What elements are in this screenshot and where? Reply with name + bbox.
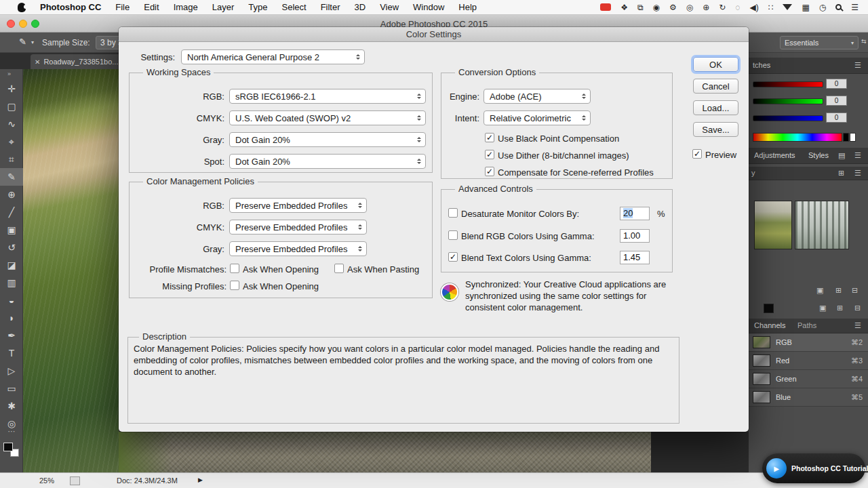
cancel-button[interactable]: Cancel — [693, 79, 738, 94]
tutorials-badge[interactable]: ▶ Photoshop CC Tutorials — [762, 453, 865, 483]
color-ramp[interactable] — [753, 133, 842, 142]
missing-ask-when-opening-checkbox[interactable] — [230, 281, 239, 290]
menu-select[interactable]: Select — [281, 2, 306, 12]
save-button[interactable]: Save... — [693, 122, 738, 137]
workspace-switcher[interactable]: Essentials ▾ — [780, 36, 859, 49]
path-selection-tool[interactable]: ▷ — [0, 362, 23, 380]
menu-center-icon[interactable]: ☰ — [851, 3, 859, 12]
menu-3d[interactable]: 3D — [355, 2, 366, 12]
hand-tool[interactable]: ✱ — [0, 397, 23, 415]
blue-value[interactable]: 0 — [826, 113, 847, 123]
add-icon[interactable]: ⊞ — [837, 304, 843, 312]
wifi-icon[interactable] — [783, 4, 792, 10]
desaturate-checkbox[interactable] — [448, 208, 458, 218]
menu-help[interactable]: Help — [458, 2, 477, 12]
ask-when-opening-checkbox[interactable] — [230, 264, 239, 273]
panel-collapse-icon[interactable]: ⇆ — [861, 38, 867, 45]
keyboard-icon[interactable]: ▦ — [802, 3, 809, 12]
ok-button[interactable]: OK — [693, 57, 738, 72]
eyedropper-tool[interactable]: ✎ — [0, 168, 23, 186]
menu-window[interactable]: Window — [413, 2, 444, 12]
intent-dropdown[interactable]: Relative Colorimetric — [484, 110, 591, 125]
launchpad-icon[interactable]: ∷ — [768, 3, 774, 12]
document-tab[interactable]: ✕ Roadway_733851bo... — [31, 54, 127, 69]
clock-icon[interactable]: ◷ — [819, 3, 826, 12]
grid-icon[interactable]: ▤ — [838, 151, 845, 160]
swatches-tab[interactable]: tches — [753, 61, 770, 69]
quick-selection-tool[interactable]: ⌖ — [0, 133, 23, 150]
notification-icon[interactable]: ◎ — [686, 3, 693, 12]
load-button[interactable]: Load... — [693, 100, 738, 115]
red-value[interactable]: 0 — [826, 79, 847, 89]
panel-menu-icon[interactable]: ☰ — [854, 151, 861, 160]
scene-referred-checkbox[interactable] — [485, 167, 494, 176]
channel-row-rgb[interactable]: RGB ⌘2 — [749, 333, 868, 352]
clone-stamp-tool[interactable]: ▣ — [0, 221, 23, 239]
tab-adjustments[interactable]: Adjustments — [754, 151, 795, 159]
tab-library[interactable]: y — [751, 169, 755, 177]
play-icon[interactable]: ▶ — [766, 458, 787, 479]
sync-status-icon[interactable]: ◌ — [735, 3, 740, 12]
library-thumbnail-fog[interactable] — [795, 201, 849, 249]
type-tool[interactable]: T — [0, 344, 23, 362]
channel-row-green[interactable]: Green ⌘4 — [749, 370, 868, 388]
rgb-policy-dropdown[interactable]: Preserve Embedded Profiles — [229, 198, 367, 213]
blue-slider[interactable] — [753, 115, 823, 121]
healing-brush-tool[interactable]: ⊕ — [0, 186, 23, 203]
add-icon[interactable]: ⊞ — [835, 286, 842, 295]
white-swatch[interactable] — [850, 133, 856, 142]
red-slider[interactable] — [753, 81, 823, 87]
blend-rgb-checkbox[interactable] — [448, 230, 458, 240]
channel-row-red[interactable]: Red ⌘3 — [749, 352, 868, 370]
engine-dropdown[interactable]: Adobe (ACE) — [484, 89, 591, 104]
tab-channels[interactable]: Channels — [754, 321, 785, 329]
rgb-workspace-dropdown[interactable]: sRGB IEC61966-2.1 — [229, 89, 426, 104]
green-value[interactable]: 0 — [826, 96, 847, 106]
panel-menu-icon[interactable]: ☰ — [854, 169, 861, 178]
preview-checkbox[interactable] — [692, 149, 702, 159]
display-mirroring-icon[interactable]: ⧉ — [637, 3, 644, 12]
panel-menu-icon[interactable]: ☰ — [854, 61, 861, 70]
gradient-tool[interactable]: ▥ — [0, 274, 23, 291]
menu-edit[interactable]: Edit — [144, 2, 159, 12]
pen-tool[interactable]: ✒ — [0, 327, 23, 344]
marquee-tool[interactable]: ▢ — [0, 98, 23, 115]
cmyk-policy-dropdown[interactable]: Preserve Embedded Profiles — [229, 220, 367, 235]
apple-menu-icon[interactable] — [18, 3, 26, 12]
desaturate-field[interactable]: 20 — [620, 207, 650, 220]
spot-workspace-dropdown[interactable]: Dot Gain 20% — [229, 154, 426, 169]
gray-policy-dropdown[interactable]: Preserve Embedded Profiles — [229, 241, 367, 256]
status-flyout-icon[interactable]: ▶ — [198, 476, 203, 483]
eraser-tool[interactable]: ◪ — [0, 256, 23, 274]
cmyk-workspace-dropdown[interactable]: U.S. Web Coated (SWOP) v2 — [229, 110, 426, 125]
menu-view[interactable]: View — [380, 2, 399, 12]
menu-file[interactable]: File — [115, 2, 130, 12]
toolbar-collapse-icon[interactable]: » — [7, 70, 11, 77]
delete-icon[interactable]: ⊟ — [854, 304, 861, 312]
zoom-level[interactable]: 25% — [39, 476, 54, 485]
menu-filter[interactable]: Filter — [321, 2, 340, 12]
dropbox-icon[interactable]: ❖ — [620, 3, 628, 12]
library-thumbnail-field[interactable] — [754, 201, 792, 249]
volume-icon[interactable]: ◀) — [750, 3, 759, 12]
crop-tool[interactable]: ⌗ — [0, 150, 23, 168]
delete-icon[interactable]: ⊟ — [852, 286, 858, 295]
menu-image[interactable]: Image — [174, 2, 198, 12]
tab-paths[interactable]: Paths — [797, 321, 816, 329]
edit-toolbar-icon[interactable]: ⋯ — [0, 427, 23, 436]
status-widget[interactable] — [70, 476, 80, 485]
app-menu[interactable]: Photoshop CC — [40, 2, 101, 12]
gear-icon[interactable]: ⚙ — [669, 3, 677, 12]
lasso-tool[interactable]: ∿ — [0, 115, 23, 133]
spotlight-search-icon[interactable] — [835, 4, 842, 10]
black-swatch[interactable] — [843, 133, 849, 142]
menu-layer[interactable]: Layer — [212, 2, 235, 12]
doc-size[interactable]: Doc: 24.3M/24.3M — [117, 476, 178, 485]
chevron-down-icon[interactable]: ▾ — [31, 39, 34, 45]
move-tool[interactable]: ✛ — [0, 80, 23, 98]
gray-workspace-dropdown[interactable]: Dot Gain 20% — [229, 132, 426, 147]
blend-text-field[interactable]: 1.45 — [620, 251, 650, 264]
ask-when-pasting-checkbox[interactable] — [334, 264, 344, 273]
blur-tool[interactable]: ◒ — [0, 291, 23, 309]
brush-tool[interactable]: ╱ — [0, 203, 23, 221]
